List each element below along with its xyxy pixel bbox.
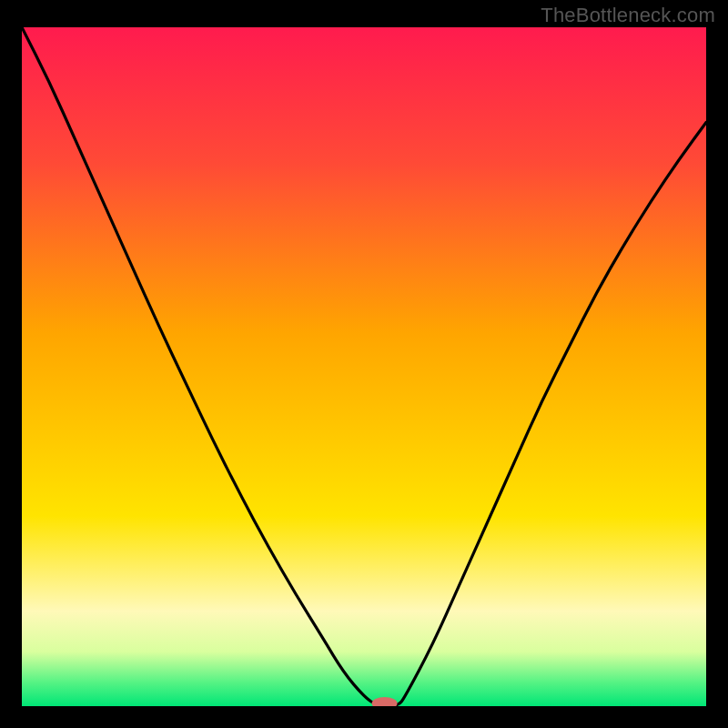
chart-frame: TheBottleneck.com bbox=[0, 0, 728, 728]
plot-area bbox=[22, 27, 706, 706]
gradient-background bbox=[22, 27, 706, 706]
chart-svg bbox=[22, 27, 706, 706]
watermark-text: TheBottleneck.com bbox=[541, 4, 715, 27]
